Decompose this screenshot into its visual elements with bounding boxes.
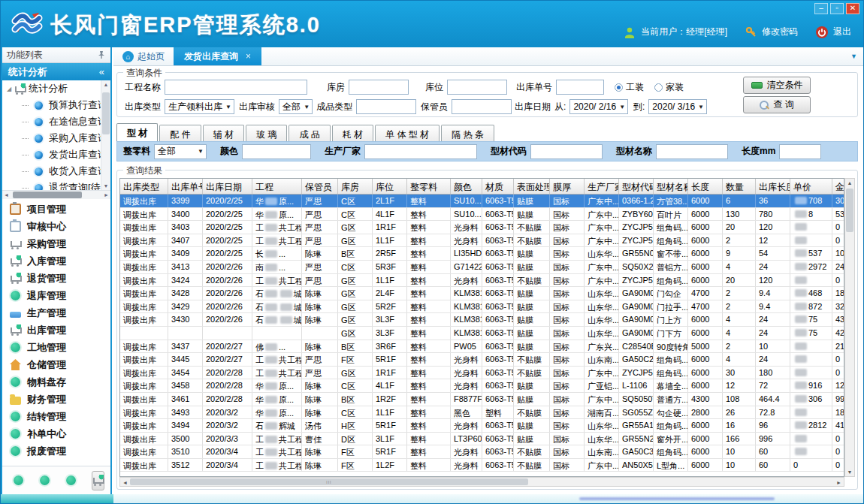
tree-item-预算执行查询[interactable]: 预算执行查询 — [2, 97, 110, 113]
close-tab-icon[interactable]: × — [246, 51, 251, 62]
column-header-型材名称[interactable]: 型材名称 — [654, 179, 688, 194]
column-header-出库日期[interactable]: 出库日期 — [203, 179, 252, 194]
column-header-整零料[interactable]: 整零料 — [407, 179, 451, 194]
material-tab-配件[interactable]: 配 件 — [159, 125, 201, 141]
material-tab-单体型材[interactable]: 单 体 型 材 — [375, 125, 440, 141]
table-row[interactable]: 调拨出库35102020/3/4工共工程陈琳F区5R1F整料光身料6063-T5… — [120, 445, 844, 459]
date-from-picker[interactable]: 2020/ 2/16 ▼ — [569, 99, 628, 114]
column-header-膜厚[interactable]: 膜厚 — [550, 179, 585, 194]
collapse-icon[interactable]: « — [99, 66, 104, 77]
scroll-right-icon[interactable]: ► — [836, 480, 841, 485]
sidebar-item-生产管理[interactable]: 生产管理 — [2, 304, 110, 321]
module-dot-icon[interactable] — [66, 475, 76, 485]
table-row[interactable]: 调拨出库34292020/2/26石城陈琳G区5R2F整料KLM38176063… — [120, 300, 844, 314]
keeper-input[interactable] — [452, 99, 512, 114]
sidebar-item-退货管理[interactable]: 退货管理 — [2, 270, 110, 287]
location-input[interactable] — [447, 80, 507, 95]
table-row[interactable]: 调拨出库34452020/2/27工共工程严思F区5R1F整料光身料6063-T… — [120, 353, 844, 367]
column-header-颜色[interactable]: 颜色 — [451, 179, 482, 194]
column-header-材质[interactable]: 材质 — [482, 179, 514, 194]
material-tab-隔热条[interactable]: 隔 热 条 — [441, 125, 494, 141]
grid-horizontal-scrollbar[interactable]: ◄ ► lll — [119, 477, 844, 487]
sidebar-item-出库管理[interactable]: 出库管理 — [2, 321, 110, 339]
column-header-金[interactable]: 金 — [832, 179, 844, 194]
filter-input-型材名称[interactable] — [656, 144, 728, 159]
sidebar-item-退库管理[interactable]: 退库管理 — [2, 287, 110, 304]
table-row[interactable]: 调拨出库33992020/2/25华原...严思C区2L1F整料SU10...6… — [120, 195, 844, 208]
filter-input-型材代码[interactable] — [530, 144, 603, 159]
module-dot-icon[interactable] — [40, 475, 50, 485]
scroll-up-icon[interactable]: ▲ — [101, 82, 110, 87]
clear-conditions-button[interactable]: 清空条件 — [743, 77, 811, 94]
search-button[interactable]: 查 询 — [743, 96, 811, 113]
column-header-出库长度[interactable]: 出库长度 — [756, 179, 790, 194]
sidebar-item-补单中心[interactable]: 补单中心 — [2, 425, 110, 442]
column-header-型材代码[interactable]: 型材代码 — [619, 179, 654, 194]
scroll-left-icon[interactable]: ◄ — [4, 192, 9, 198]
scrollbar-thumb[interactable] — [846, 189, 853, 232]
tab-home[interactable]: ⌂ 起始页 — [113, 47, 174, 65]
tree-vertical-scrollbar[interactable]: ▲ ▼ — [101, 80, 110, 190]
sidebar-item-财务管理[interactable]: 财务管理 — [2, 391, 110, 408]
scroll-right-icon[interactable]: ► — [104, 192, 109, 198]
outbound-type-select[interactable]: 生产领料出库 ▼ — [165, 99, 234, 114]
project-name-input[interactable] — [165, 80, 307, 95]
pin-icon[interactable] — [97, 50, 106, 59]
material-tab-耗材[interactable]: 耗 材 — [332, 125, 373, 141]
maximize-button[interactable]: ▫ — [830, 3, 844, 14]
cart-module-button[interactable] — [92, 471, 104, 490]
sidebar-item-入库管理[interactable]: 入库管理 — [2, 252, 110, 270]
table-row[interactable]: 调拨出库34542020/2/28工共工程严思G区1R1F整料光身料6063-T… — [120, 367, 844, 380]
column-header-库位[interactable]: 库位 — [373, 179, 407, 194]
date-to-picker[interactable]: 2020/ 3/16 ▼ — [648, 99, 707, 114]
table-row[interactable]: 调拨出库34092020/2/25长...陈琳B区2R5F整料LI35HD606… — [120, 247, 844, 261]
column-header-生产厂家[interactable]: 生产厂家 — [585, 179, 619, 194]
table-row[interactable]: 调拨出库34302020/2/26石城陈琳G区3L3F整料KLM38176063… — [120, 313, 844, 327]
material-tab-玻璃[interactable]: 玻 璃 — [246, 125, 287, 141]
logout-link[interactable]: 退出 — [833, 26, 851, 38]
scrollbar-thumb[interactable]: lll — [130, 478, 528, 485]
material-tab-型材[interactable]: 型 材 — [116, 123, 158, 141]
table-row[interactable]: 调拨出库34932020/3/2华原...陈琳C区1L1F整料黑色塑料不贴膜国标… — [120, 406, 844, 420]
table-row[interactable]: 调拨出库35002020/3/3工共工程曹佳D区3L1F整料LT3P606063… — [120, 433, 844, 446]
tree-root-statistics[interactable]: ◢ 统计分析 — [2, 80, 110, 97]
column-header-出库类型[interactable]: 出库类型 — [120, 179, 168, 194]
column-header-单价[interactable]: 单价 — [790, 179, 832, 194]
material-tab-辅材[interactable]: 辅 材 — [203, 125, 244, 141]
sidebar-item-采购管理[interactable]: 采购管理 — [2, 235, 110, 252]
table-row[interactable]: 调拨出库34072020/2/25工共工程严思G区1L1F整料光身料6063-T… — [120, 234, 844, 248]
table-row[interactable]: 调拨出库34282020/2/26石城陈琳G区2L4F整料KLM38176063… — [120, 287, 844, 300]
sidebar-item-工地管理[interactable]: 工地管理 — [2, 339, 110, 356]
sidebar-item-物料盘存[interactable]: 物料盘存 — [2, 373, 110, 391]
column-header-出库单号[interactable]: 出库单号 — [168, 179, 203, 194]
filter-select-整零料[interactable]: 全部▼ — [154, 144, 207, 159]
scroll-left-icon[interactable]: ◄ — [122, 480, 128, 485]
table-row[interactable]: 调拨出库34612020/2/28华原...陈琳B区1R2F整料F8877FT6… — [120, 393, 844, 406]
warehouse-input[interactable] — [349, 80, 409, 95]
close-button[interactable]: ✕ — [846, 3, 859, 14]
column-header-数量[interactable]: 数量 — [723, 179, 756, 194]
column-header-库房[interactable]: 库房 — [338, 179, 373, 194]
table-row[interactable]: 调拨出库34032020/2/25工共工程严思G区1R1F整料光身料6063-T… — [120, 221, 844, 234]
expander-icon[interactable]: ◢ — [7, 86, 11, 92]
table-row[interactable]: 调拨出库34132020/2/26南...严思C区5R3F整料G71422606… — [120, 261, 844, 274]
tree-horizontal-scrollbar[interactable]: ◄ ► — [2, 190, 110, 199]
tree-item-收货入库查询[interactable]: 收货入库查询 — [2, 163, 110, 180]
sidebar-item-结转管理[interactable]: 结转管理 — [2, 408, 110, 425]
radio-gongzhuang[interactable] — [615, 83, 623, 92]
tree-item-采购入库查询[interactable]: 采购入库查询 — [2, 130, 110, 146]
sidebar-item-审核中心[interactable]: 审核中心 — [2, 218, 110, 235]
sidebar-section-statistics[interactable]: 统计分析 « — [2, 63, 110, 80]
column-header-工程[interactable]: 工程 — [252, 179, 302, 194]
scroll-down-icon[interactable]: ▼ — [101, 183, 110, 189]
radio-jiazhuang[interactable] — [654, 83, 663, 92]
outbound-audit-select[interactable]: 全部 ▼ — [279, 99, 313, 114]
scroll-up-icon[interactable]: ▲ — [845, 180, 854, 186]
outbound-no-input[interactable] — [556, 80, 604, 95]
tree-item-发货出库查询[interactable]: 发货出库查询 — [2, 146, 110, 163]
tab-shipment-outbound-query[interactable]: 发货出库查询 × — [174, 47, 261, 65]
column-header-长度[interactable]: 长度 — [688, 179, 723, 194]
filter-input-颜色[interactable] — [242, 144, 311, 159]
table-row[interactable]: 调拨出库34942020/3/2石辉城汤伟H区5R1F整料光身料6063-T5贴… — [120, 419, 844, 433]
table-row[interactable]: 调拨出库35122020/3/4工共工程陈琳F区1L2F整料光身料6063-T5… — [120, 459, 844, 472]
